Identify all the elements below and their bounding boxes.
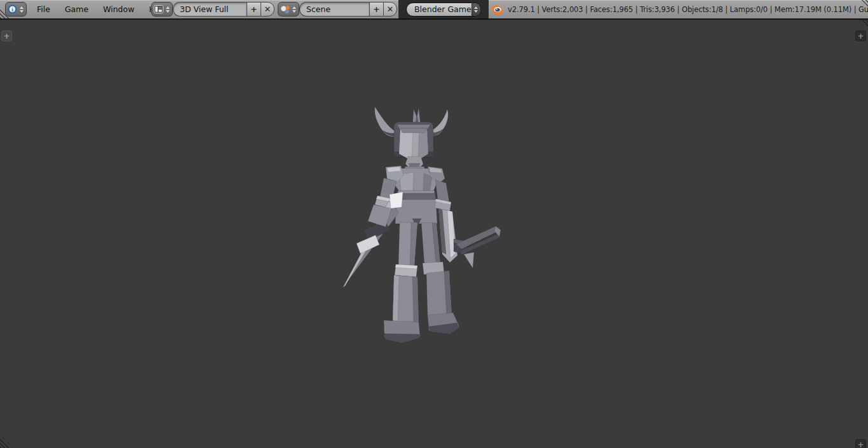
screen-layout-name-field[interactable]: 3D View Full [173, 2, 247, 17]
screen-layout-browse-button[interactable] [151, 2, 173, 17]
screen-layout-icon [154, 5, 163, 13]
engine-selector-value: Blender Game [407, 4, 471, 14]
menu-game[interactable]: Game [61, 4, 92, 14]
3d-viewport[interactable]: + + + [0, 20, 868, 448]
editor-type-selector[interactable]: i [5, 2, 27, 17]
menu-file[interactable]: File [33, 4, 54, 14]
engine-selector[interactable]: Blender Game [406, 3, 481, 17]
area-resize-corner[interactable] [858, 20, 868, 29]
menu-window[interactable]: Window [99, 4, 138, 14]
expand-properties-button[interactable]: + [855, 31, 866, 41]
scene-delete-button[interactable]: ✕ [383, 2, 397, 17]
area-resize-corner[interactable] [0, 435, 13, 448]
screen-layout-selector: 3D View Full + ✕ [173, 2, 275, 17]
screen-layout-add-button[interactable]: + [247, 2, 261, 17]
scene-name-field[interactable]: Scene [299, 2, 369, 17]
character-model[interactable] [324, 95, 515, 356]
blender-logo-icon [490, 3, 503, 15]
stepper-arrows-icon [165, 6, 170, 13]
scene-add-button[interactable]: + [369, 2, 383, 17]
blender-window: { "header": { "menus": [ {"label": "File… [0, 0, 868, 448]
scene-browse-button[interactable] [278, 2, 299, 17]
scene-selector: Scene + ✕ [299, 2, 397, 17]
scene-icon [280, 5, 290, 14]
stepper-arrows-icon [292, 6, 297, 13]
stepper-arrows-icon [18, 6, 24, 13]
engine-selector-backdrop: Blender Game [398, 0, 489, 18]
expand-header-button[interactable]: + [855, 439, 866, 448]
info-header: i File Game Window Help 3D View Full + ✕ [0, 0, 868, 20]
scene-stats: v2.79.1 | Verts:2,003 | Faces:1,965 | Tr… [508, 0, 868, 18]
dropdown-arrows-icon [471, 3, 480, 16]
info-icon: i [8, 4, 17, 14]
screen-layout-delete-button[interactable]: ✕ [261, 2, 275, 17]
expand-toolshelf-button[interactable]: + [1, 31, 12, 41]
